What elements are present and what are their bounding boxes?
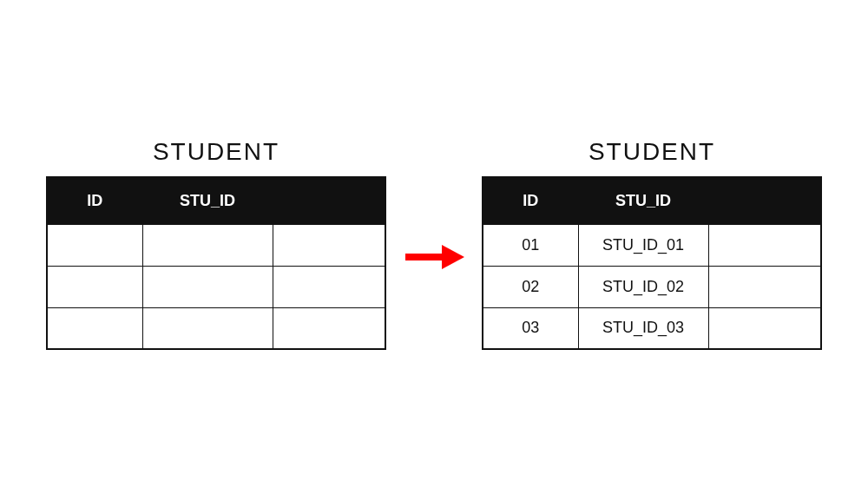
- right-header-stuid: STU_ID: [578, 177, 708, 224]
- right-table: ID STU_ID 01 STU_ID_01 02 STU_ID_02 03: [482, 176, 822, 350]
- table-row: 02 STU_ID_02: [483, 266, 821, 307]
- table-row: [47, 266, 385, 307]
- cell: [708, 224, 821, 266]
- cell: [708, 266, 821, 307]
- cell: STU_ID_02: [578, 266, 708, 307]
- table-header-row: ID STU_ID: [483, 177, 821, 224]
- cell: STU_ID_03: [578, 307, 708, 349]
- right-header-id: ID: [483, 177, 578, 224]
- table-header-row: ID STU_ID: [47, 177, 385, 224]
- cell: [273, 307, 385, 349]
- left-header-stuid: STU_ID: [142, 177, 273, 224]
- table-row: 03 STU_ID_03: [483, 307, 821, 349]
- cell: [708, 307, 821, 349]
- right-table-block: STUDENT ID STU_ID 01 STU_ID_01 02 STU_ID…: [482, 138, 822, 350]
- right-header-blank: [708, 177, 821, 224]
- diagram-container: STUDENT ID STU_ID: [46, 138, 822, 350]
- left-table: ID STU_ID: [46, 176, 386, 350]
- left-table-block: STUDENT ID STU_ID: [46, 138, 386, 350]
- table-row: [47, 307, 385, 349]
- cell: [47, 307, 142, 349]
- table-row: [47, 224, 385, 266]
- left-header-blank: [273, 177, 385, 224]
- cell: 02: [483, 266, 578, 307]
- cell: [47, 224, 142, 266]
- cell: [273, 224, 385, 266]
- cell: [47, 266, 142, 307]
- cell: 01: [483, 224, 578, 266]
- cell: STU_ID_01: [578, 224, 708, 266]
- left-header-id: ID: [47, 177, 142, 224]
- cell: [142, 307, 273, 349]
- arrow-icon: [404, 240, 464, 274]
- cell: [142, 224, 273, 266]
- cell: [142, 266, 273, 307]
- cell: [273, 266, 385, 307]
- cell: 03: [483, 307, 578, 349]
- right-table-title: STUDENT: [589, 138, 715, 166]
- svg-marker-1: [442, 245, 464, 269]
- left-table-title: STUDENT: [153, 138, 279, 166]
- table-row: 01 STU_ID_01: [483, 224, 821, 266]
